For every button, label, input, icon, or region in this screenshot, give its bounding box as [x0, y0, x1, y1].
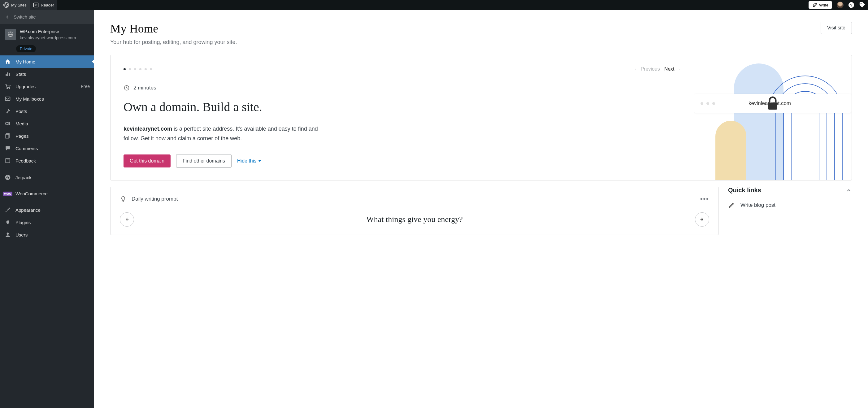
svg-point-9: [7, 88, 7, 89]
pencil-icon: [728, 202, 735, 209]
time-estimate-label: 2 minutes: [133, 85, 156, 91]
switch-site-label: Switch site: [13, 14, 36, 20]
topbar-help[interactable]: ?: [846, 0, 857, 10]
svg-rect-14: [6, 134, 9, 138]
card-title: Own a domain. Build a site.: [124, 100, 681, 114]
sidebar-item-appearance[interactable]: Appearance: [0, 204, 94, 216]
carousel-dot-4[interactable]: [139, 68, 142, 70]
carousel-dot-2[interactable]: [129, 68, 131, 70]
svg-rect-7: [7, 72, 8, 76]
plug-icon: [5, 219, 11, 225]
write-button[interactable]: Write: [809, 1, 832, 9]
topbar-reader[interactable]: Reader: [30, 0, 57, 10]
carousel-dot-5[interactable]: [145, 68, 147, 70]
sidebar-item-users[interactable]: Users: [0, 228, 94, 241]
chevron-left-icon: [5, 14, 10, 20]
sidebar-item-jetpack[interactable]: Jetpack: [0, 171, 94, 184]
home-icon: [5, 59, 11, 65]
page-title: My Home: [110, 22, 237, 35]
tag-icon: [859, 2, 866, 8]
carousel-dot-1[interactable]: [124, 68, 126, 70]
site-url: kevinlearynet.wordpress.com: [20, 35, 76, 40]
sidebar-item-posts[interactable]: Posts: [0, 105, 94, 117]
sidebar-item-pages[interactable]: Pages: [0, 130, 94, 142]
site-header: WP.com Enterprise kevinlearynet.wordpres…: [0, 24, 94, 43]
site-icon: [5, 29, 16, 40]
quick-link-label: Write blog post: [741, 202, 775, 208]
svg-text:?: ?: [850, 3, 852, 7]
sidebar-item-label: WooCommerce: [16, 191, 48, 196]
sidebar-item-label: Feedback: [16, 158, 36, 163]
topbar-notifications[interactable]: [857, 0, 868, 10]
more-menu[interactable]: •••: [700, 195, 709, 203]
prompt-next-button[interactable]: [695, 212, 709, 227]
jetpack-icon: [5, 174, 11, 181]
page-subtitle: Your hub for posting, editing, and growi…: [110, 39, 237, 45]
address-bar-mock: kevinlearynet.com: [694, 94, 851, 113]
quick-link-write-post[interactable]: Write blog post: [728, 197, 852, 214]
prompt-label: Daily writing prompt: [131, 196, 178, 202]
topbar-reader-label: Reader: [41, 3, 54, 7]
card-description: kevinlearynet.com is a perfect site addr…: [124, 124, 322, 143]
sidebar-item-plugins[interactable]: Plugins: [0, 216, 94, 228]
sidebar: Switch site WP.com Enterprise kevinleary…: [0, 10, 94, 408]
feedback-icon: [5, 158, 11, 164]
leaf-icon: [812, 2, 817, 7]
find-domains-button[interactable]: Find other domains: [176, 154, 231, 168]
sidebar-item-label: Appearance: [16, 208, 40, 213]
chevron-up-icon: [846, 187, 852, 193]
quick-links-title: Quick links: [728, 187, 761, 194]
carousel-dot-3[interactable]: [134, 68, 136, 70]
topbar-mysites[interactable]: My Sites: [0, 0, 30, 10]
sidebar-item-media[interactable]: Media: [0, 117, 94, 130]
wordpress-icon: [3, 2, 9, 8]
sidebar-item-label: Users: [16, 232, 28, 238]
brush-icon: [5, 207, 11, 213]
sidebar-item-label: Jetpack: [16, 175, 32, 180]
upgrades-free-label: Free: [81, 84, 90, 89]
sidebar-item-feedback[interactable]: Feedback: [0, 154, 94, 167]
sidebar-item-comments[interactable]: Comments: [0, 142, 94, 154]
domain-card: ← Previous Next → 2 minutes Own a domain…: [110, 55, 852, 181]
reader-icon: [33, 2, 39, 8]
sidebar-item-label: Plugins: [16, 220, 31, 225]
svg-rect-6: [6, 74, 6, 76]
sidebar-item-woocommerce[interactable]: WOO WooCommerce: [0, 188, 94, 199]
arrow-right-icon: [699, 217, 705, 222]
domain-name-bold: kevinlearynet.com: [124, 126, 172, 132]
arrow-left-icon: [124, 217, 130, 222]
sidebar-item-label: Stats: [16, 71, 26, 77]
mail-icon: [5, 96, 11, 102]
cart-icon: [5, 83, 11, 90]
visit-site-button[interactable]: Visit site: [820, 22, 852, 34]
get-domain-button[interactable]: Get this domain: [124, 154, 170, 167]
quick-links-toggle[interactable]: [846, 187, 852, 193]
prompt-question: What things give you energy?: [141, 215, 688, 224]
lightbulb-icon: [120, 196, 127, 202]
carousel-dot-6[interactable]: [150, 68, 152, 70]
stats-icon: [5, 71, 11, 77]
avatar-icon: [837, 2, 843, 8]
globe-icon: [7, 31, 14, 38]
clock-icon: [124, 85, 130, 91]
svg-point-10: [9, 88, 10, 89]
topbar-avatar[interactable]: [835, 0, 846, 10]
svg-point-17: [7, 232, 9, 234]
sidebar-item-stats[interactable]: Stats: [0, 68, 94, 80]
pin-icon: [5, 108, 11, 114]
quick-links: Quick links Write blog post: [728, 187, 852, 235]
site-name: WP.com Enterprise: [20, 29, 76, 34]
sidebar-item-myhome[interactable]: My Home: [0, 55, 94, 68]
sidebar-item-label: Pages: [16, 133, 29, 139]
svg-rect-8: [9, 73, 9, 76]
prompt-prev-button[interactable]: [120, 212, 134, 227]
sidebar-item-label: Comments: [16, 146, 38, 151]
sidebar-item-upgrades[interactable]: Upgrades Free: [0, 80, 94, 93]
sidebar-item-mailboxes[interactable]: My Mailboxes: [0, 93, 94, 105]
switch-site[interactable]: Switch site: [0, 10, 94, 24]
hide-this-link[interactable]: Hide this: [237, 158, 261, 164]
carousel-dots[interactable]: [124, 68, 152, 70]
carousel-next[interactable]: Next →: [664, 66, 681, 72]
sidebar-item-label: Upgrades: [16, 84, 36, 89]
writing-prompt-card: Daily writing prompt ••• What things giv…: [110, 187, 719, 235]
